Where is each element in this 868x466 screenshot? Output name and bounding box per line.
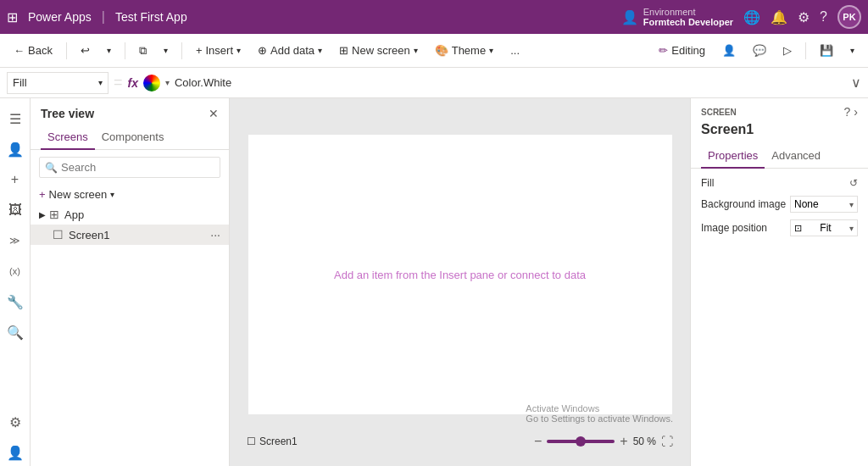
zoom-minus-button[interactable]: − (534, 434, 542, 449)
tree-item-app[interactable]: ▶ ⊞ App (31, 204, 229, 225)
variable-icon[interactable]: (x) (2, 258, 29, 285)
insert-label: Insert (206, 44, 234, 57)
canvas-screen-label: ☐ Screen1 (247, 435, 298, 447)
zoom-slider[interactable] (547, 440, 615, 443)
undo-button[interactable]: ↩ (74, 41, 97, 60)
insert-sidebar-icon[interactable]: + (2, 166, 29, 193)
copy-icon: ⧉ (139, 44, 147, 58)
main-area: ☰ 👤 + 🖼 ≫ (x) 🔧 🔍 ⚙ 👤 Tree view ✕ Screen… (0, 98, 868, 466)
avatar[interactable]: PK (837, 5, 861, 29)
zoom-plus-button[interactable]: + (620, 434, 627, 449)
settings-sidebar-icon[interactable]: ⚙ (2, 408, 29, 435)
copy-button[interactable]: ⧉ (132, 41, 153, 61)
toolbar-divider-2 (125, 42, 125, 59)
notification-btn[interactable]: 🔔 (771, 9, 787, 25)
bg-image-value: None (794, 198, 819, 210)
tab-advanced[interactable]: Advanced (765, 144, 827, 169)
account-icon[interactable]: 👤 (2, 439, 29, 466)
zoom-percentage: 50 % (633, 435, 656, 447)
search-icon: 🔍 (45, 162, 58, 174)
fill-property-row: Fill ↺ (701, 177, 858, 189)
right-panel-title: Screen1 (691, 122, 868, 144)
copy-dropdown[interactable]: ▾ (157, 42, 175, 58)
back-label: Back (28, 44, 53, 57)
new-screen-chevron: ▾ (414, 46, 418, 55)
canvas-hint: Add an item from the Insert pane or conn… (334, 269, 586, 281)
img-position-select[interactable]: ⊡ Fit ▾ (790, 219, 858, 236)
tree-item-screen1[interactable]: ☐ Screen1 ··· (31, 225, 229, 245)
user-icon[interactable]: 👤 (2, 136, 29, 163)
search-input[interactable] (61, 161, 214, 174)
share-button[interactable]: 👤 (715, 41, 743, 60)
editing-label: Editing (671, 44, 705, 57)
screen1-more-icon[interactable]: ··· (210, 228, 220, 241)
back-button[interactable]: ← Back (7, 41, 59, 60)
chevron-app-icon: ▶ (39, 210, 46, 219)
fill-control: ↺ (849, 177, 858, 189)
activate-windows-notice: Activate Windows Go to Settings to activ… (526, 403, 673, 424)
formula-expand-icon[interactable]: ∨ (851, 75, 861, 91)
pencil-icon: ✏ (659, 44, 668, 57)
component-icon[interactable]: 🔧 (2, 288, 29, 315)
tree-panel: Tree view ✕ Screens Components 🔍 + New s… (31, 98, 230, 466)
tree-title: Tree view (41, 107, 94, 120)
settings-btn[interactable]: ⚙ (798, 9, 810, 25)
tab-components[interactable]: Components (95, 125, 171, 150)
canvas-frame[interactable]: Add an item from the Insert pane or conn… (248, 135, 672, 414)
fullscreen-button[interactable]: ⛶ (661, 435, 673, 448)
save-button[interactable]: 💾 (813, 41, 840, 60)
theme-button[interactable]: 🎨 Theme ▾ (428, 41, 500, 60)
comment-icon: 💬 (753, 44, 766, 57)
right-panel-nav: ? › (844, 105, 858, 119)
environment-info: 👤 Environment Formtech Developer (621, 7, 733, 27)
hamburger-menu-icon[interactable]: ☰ (2, 105, 29, 132)
fx-label: fx (128, 76, 138, 90)
tab-properties[interactable]: Properties (701, 144, 765, 169)
tab-screens[interactable]: Screens (41, 125, 95, 150)
top-bar: ⊞ Power Apps | Test First App 👤 Environm… (0, 0, 868, 34)
chevron-down-icon-2: ▾ (164, 46, 168, 55)
new-screen-button[interactable]: ⊞ New screen ▾ (332, 41, 425, 60)
property-value: Fill (13, 76, 27, 89)
env-name: Formtech Developer (643, 17, 733, 27)
preview-button[interactable]: ▷ (776, 41, 798, 60)
toolbar-divider-1 (66, 42, 67, 59)
tree-close-button[interactable]: ✕ (209, 107, 219, 120)
save-dropdown[interactable]: ▾ (843, 42, 861, 58)
chevron-down-icon: ▾ (107, 46, 111, 55)
formula-input[interactable] (175, 76, 846, 89)
back-arrow-icon: ← (14, 44, 25, 57)
right-panel-header: SCREEN ? › (691, 98, 868, 122)
undo-dropdown[interactable]: ▾ (100, 42, 118, 58)
screen-icon: ☐ (53, 228, 64, 241)
add-data-button[interactable]: ⊕ Add data ▾ (251, 41, 329, 60)
comment-button[interactable]: 💬 (746, 41, 773, 60)
bg-image-select[interactable]: None ▾ (790, 196, 858, 213)
plus-icon-tree: + (39, 188, 46, 201)
tree-search-box[interactable]: 🔍 (39, 157, 220, 178)
app-icon: ⊞ (49, 208, 59, 221)
new-screen-tree-button[interactable]: + New screen ▾ (31, 185, 229, 204)
editing-button[interactable]: ✏ Editing (652, 41, 712, 60)
search-sidebar-icon[interactable]: 🔍 (2, 319, 29, 346)
save-chevron: ▾ (850, 46, 854, 55)
property-chevron: ▾ (98, 78, 103, 87)
question-btn[interactable]: ? (820, 9, 827, 25)
canvas-area: Add an item from the Insert pane or conn… (230, 98, 690, 466)
property-dropdown[interactable]: Fill ▾ (7, 72, 108, 94)
media-icon[interactable]: 🖼 (2, 197, 29, 224)
img-fit-icon: ⊡ (794, 223, 802, 234)
color-picker-icon[interactable] (143, 75, 160, 92)
insert-button[interactable]: + Insert ▾ (189, 41, 248, 60)
data-icon[interactable]: ≫ (2, 227, 29, 254)
zoom-thumb (576, 436, 586, 447)
new-screen-label: New screen (352, 44, 410, 57)
help-icon-btn[interactable]: 🌐 (743, 9, 760, 25)
env-label: Environment (643, 7, 733, 17)
navigate-right-button[interactable]: › (854, 105, 858, 119)
color-chevron[interactable]: ▾ (165, 78, 170, 87)
fill-reset-button[interactable]: ↺ (849, 177, 858, 189)
help-circle-icon[interactable]: ? (844, 105, 851, 119)
share-icon: 👤 (722, 44, 736, 57)
more-button[interactable]: ... (504, 41, 526, 60)
